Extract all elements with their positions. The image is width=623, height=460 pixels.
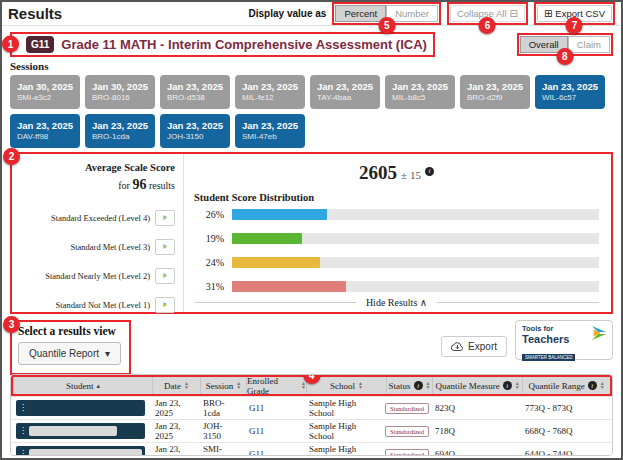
score-panel-left: Average Scale Score for 96 results Stand… xyxy=(12,154,184,312)
column-header-enrolled-grade[interactable]: Enrolled Grade▲▼ xyxy=(246,377,306,394)
export-csv-label: Export CSV xyxy=(555,8,605,19)
status-cell: Standardized xyxy=(384,420,430,442)
annotation-box-7: ⊞ Export CSV 7 xyxy=(534,2,615,25)
distribution-title: Student Score Distribution xyxy=(194,192,599,203)
average-score-value: 2605 xyxy=(359,162,397,183)
average-score-line: 2605 ± 15 i xyxy=(194,162,599,184)
sort-icon[interactable]: ▲▼ xyxy=(600,382,605,390)
sort-icon[interactable]: ▲▼ xyxy=(515,382,520,390)
column-header-quantile-range[interactable]: Quantile Rangei▲▼ xyxy=(522,377,610,394)
instructional-resources-button[interactable] xyxy=(155,239,175,255)
column-header-student[interactable]: Student▴ xyxy=(13,377,152,394)
sort-icon[interactable]: ▲▼ xyxy=(184,382,189,390)
bar-percent-label: 19% xyxy=(194,233,224,244)
school-cell: Sample High School xyxy=(304,397,384,419)
hide-results-link[interactable]: Hide Results ∧ xyxy=(366,297,427,308)
redacted-student-name: ⋮ xyxy=(16,423,145,439)
redacted-student-name: ⋮ xyxy=(16,446,145,456)
school-cell: Sample High School xyxy=(304,443,384,456)
pinwheel-icon xyxy=(162,241,168,252)
bar-fill xyxy=(232,257,320,268)
export-button[interactable]: Export xyxy=(441,336,507,357)
info-icon[interactable]: i xyxy=(588,381,597,390)
achievement-level-label: Standard Met (Level 3) xyxy=(70,242,150,252)
date-cell: Jan 23, 2025 xyxy=(150,420,198,442)
session-code: WIL-6c57 xyxy=(542,93,598,103)
percent-button[interactable]: Percent xyxy=(335,5,386,22)
achievement-level-label: Standard Nearly Met (Level 2) xyxy=(45,271,150,281)
session-code: DAV-ff98 xyxy=(17,132,73,142)
chevron-down-icon: ▾ xyxy=(105,348,110,359)
bar-track xyxy=(232,281,599,292)
sessions-section: Sessions Jan 30, 2025SMI-e3c2Jan 30, 202… xyxy=(10,60,613,148)
annotation-badge-5: 5 xyxy=(378,17,395,34)
info-icon[interactable]: i xyxy=(414,381,423,390)
session-chip-MIL-b8c5[interactable]: Jan 23, 2025MIL-b8c5 xyxy=(385,75,455,109)
status-badge: Standardized xyxy=(385,426,429,437)
session-chip-BRO-d538[interactable]: Jan 23, 2025BRO-d538 xyxy=(160,75,230,109)
bar-fill xyxy=(232,233,302,244)
sort-icon[interactable]: ▲▼ xyxy=(358,382,363,390)
sort-ascending-icon[interactable]: ▴ xyxy=(97,382,101,390)
results-view-value: Quantile Report xyxy=(29,348,99,359)
tools-for-teachers-card[interactable]: Tools for Teachers SMARTER BALANCED xyxy=(515,320,613,360)
session-date: Jan 23, 2025 xyxy=(167,120,223,132)
drag-grip-icon[interactable]: ⋮ xyxy=(19,450,26,456)
annotation-badge-6: 6 xyxy=(479,17,496,34)
column-header-status[interactable]: Statusi▲▼ xyxy=(386,377,432,394)
for-label: for xyxy=(118,180,130,191)
distribution-bars: 26%19%24%31% xyxy=(194,209,599,292)
sort-icon[interactable]: ▲▼ xyxy=(236,382,241,390)
column-header-label: Date xyxy=(164,381,181,391)
instructional-resources-button[interactable] xyxy=(155,297,175,313)
session-code: BRO-8016 xyxy=(92,93,148,103)
annotation-box-5: Percent Number 5 xyxy=(332,2,441,25)
table-row[interactable]: ⋮Jan 23, 2025JOH-3150G11Sample High Scho… xyxy=(11,419,612,442)
annotation-box-1: G11 Grade 11 MATH - Interim Comprehensiv… xyxy=(10,32,435,57)
column-header-session[interactable]: Session▲▼ xyxy=(200,377,246,394)
session-code: TAY-4baa xyxy=(317,93,373,103)
column-header-quantile-measure[interactable]: Quantile Measurei▲▼ xyxy=(432,377,522,394)
table-row[interactable]: ⋮Jan 23, 2025BRO-1cdaG11Sample High Scho… xyxy=(11,396,612,419)
export-label: Export xyxy=(468,341,497,352)
column-header-label: Enrolled Grade xyxy=(247,376,298,396)
student-cell: ⋮ xyxy=(11,397,150,419)
claim-tab[interactable]: Claim xyxy=(568,36,610,53)
instructional-resources-button[interactable] xyxy=(155,268,175,284)
collapse-all-label: Collapse All xyxy=(457,8,507,19)
session-date: Jan 23, 2025 xyxy=(467,81,523,93)
instructional-resources-button[interactable] xyxy=(155,210,175,226)
enrolled-grade-cell: G11 xyxy=(244,397,304,419)
quantile-measure-cell: 823Q xyxy=(430,397,520,419)
distribution-bar-row: 31% xyxy=(194,281,599,292)
bar-track xyxy=(232,209,599,220)
school-cell: Sample High School xyxy=(304,420,384,442)
session-chip-SMI-47eb[interactable]: Jan 23, 2025SMI-47eb xyxy=(235,114,305,148)
info-icon[interactable]: i xyxy=(503,381,512,390)
session-code: BRO-d2f9 xyxy=(467,93,523,103)
drag-grip-icon[interactable]: ⋮ xyxy=(19,404,26,412)
session-chip-TAY-4baa[interactable]: Jan 23, 2025TAY-4baa xyxy=(310,75,380,109)
session-chip-WIL-6c57[interactable]: Jan 23, 2025WIL-6c57 xyxy=(535,75,605,109)
session-chip-BRO-8016[interactable]: Jan 30, 2025BRO-8016 xyxy=(85,75,155,109)
session-chip-BRO-1cda[interactable]: Jan 23, 2025BRO-1cda xyxy=(85,114,155,148)
session-chip-MIL-fe12[interactable]: Jan 23, 2025MIL-fe12 xyxy=(235,75,305,109)
session-date: Jan 30, 2025 xyxy=(92,81,148,93)
sort-icon[interactable]: ▲▼ xyxy=(426,382,431,390)
column-header-date[interactable]: Date▲▼ xyxy=(152,377,200,394)
annotation-badge-2: 2 xyxy=(3,148,20,165)
session-date: Jan 23, 2025 xyxy=(242,120,298,132)
bar-track xyxy=(232,233,599,244)
display-value-label: Display value as xyxy=(249,8,327,19)
drag-grip-icon[interactable]: ⋮ xyxy=(19,427,26,435)
table-row[interactable]: ⋮Jan 23, 2025SMI-47ebG11Sample High Scho… xyxy=(11,442,612,456)
bar-fill xyxy=(232,281,346,292)
session-chip-DAV-ff98[interactable]: Jan 23, 2025DAV-ff98 xyxy=(10,114,80,148)
session-chip-BRO-d2f9[interactable]: Jan 23, 2025BRO-d2f9 xyxy=(460,75,530,109)
score-info-icon[interactable]: i xyxy=(425,167,434,176)
results-view-dropdown[interactable]: Quantile Report ▾ xyxy=(18,342,121,365)
number-button[interactable]: Number xyxy=(386,5,438,22)
session-code: BRO-1cda xyxy=(92,132,148,142)
session-chip-SMI-e3c2[interactable]: Jan 30, 2025SMI-e3c2 xyxy=(10,75,80,109)
session-chip-JOH-3150[interactable]: Jan 23, 2025JOH-3150 xyxy=(160,114,230,148)
